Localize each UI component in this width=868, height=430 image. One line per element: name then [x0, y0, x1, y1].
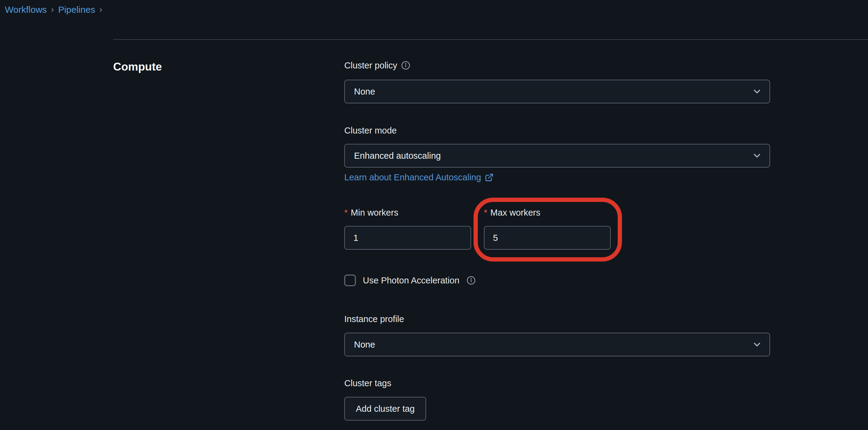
min-workers-label-row: * Min workers [344, 207, 471, 218]
max-workers-label-row: * Max workers [484, 207, 611, 218]
cluster-mode-label: Cluster mode [344, 125, 397, 135]
chevron-down-icon [752, 86, 762, 97]
photon-checkbox[interactable] [344, 275, 356, 286]
cluster-mode-value: Enhanced autoscaling [354, 151, 441, 161]
cluster-policy-label-row: Cluster policy [344, 60, 770, 70]
cluster-policy-label: Cluster policy [344, 60, 397, 70]
add-cluster-tag-button[interactable]: Add cluster tag [344, 397, 426, 421]
max-workers-input[interactable] [484, 226, 611, 250]
instance-profile-value: None [354, 340, 375, 350]
min-workers-input[interactable] [344, 226, 471, 250]
required-asterisk: * [344, 208, 348, 217]
info-icon[interactable] [401, 61, 410, 70]
cluster-policy-select[interactable]: None [344, 80, 770, 103]
instance-profile-label: Instance profile [344, 314, 404, 324]
compute-section: Compute Cluster policy None [113, 39, 868, 430]
breadcrumb-workflows[interactable]: Workflows [5, 4, 47, 16]
section-title-column: Compute [113, 60, 344, 421]
cluster-tags-label: Cluster tags [344, 378, 392, 388]
photon-label: Use Photon Acceleration [363, 276, 460, 285]
breadcrumb: Workflows › Pipelines › [5, 4, 106, 16]
cluster-policy-value: None [354, 87, 375, 97]
breadcrumb-pipelines[interactable]: Pipelines [58, 4, 95, 16]
instance-profile-label-row: Instance profile [344, 314, 770, 324]
cluster-tags-label-row: Cluster tags [344, 378, 770, 388]
instance-profile-select[interactable]: None [344, 333, 770, 357]
required-asterisk: * [484, 208, 487, 217]
chevron-down-icon [752, 151, 762, 161]
cluster-mode-select[interactable]: Enhanced autoscaling [344, 144, 770, 167]
max-workers-field: * Max workers [484, 207, 611, 250]
learn-enhanced-autoscaling-link[interactable]: Learn about Enhanced Autoscaling [344, 172, 494, 182]
section-title: Compute [113, 60, 344, 73]
workers-row: * Min workers * Max workers [344, 207, 770, 250]
photon-checkbox-row: Use Photon Acceleration [344, 275, 770, 286]
breadcrumb-separator-icon: › [99, 4, 102, 15]
compute-form: Cluster policy None Clu [344, 60, 770, 421]
max-workers-label: * Max workers [484, 207, 540, 218]
cluster-mode-label-row: Cluster mode [344, 125, 770, 135]
min-workers-field: * Min workers [344, 207, 471, 250]
min-workers-label: * Min workers [344, 207, 398, 218]
external-link-icon [485, 173, 494, 182]
learn-link-label: Learn about Enhanced Autoscaling [344, 172, 481, 182]
info-icon[interactable] [467, 276, 476, 285]
chevron-down-icon [752, 339, 762, 350]
breadcrumb-separator-icon: › [51, 4, 54, 15]
